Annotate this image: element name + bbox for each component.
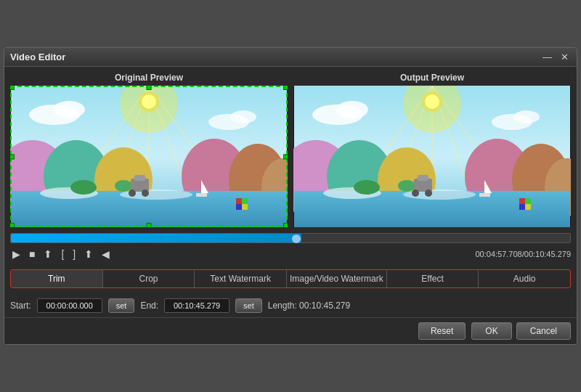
title-bar-controls: — ✕ [540,52,571,62]
tab-crop[interactable]: Crop [103,270,195,287]
timeline-thumb[interactable] [292,234,301,243]
svg-point-56 [354,180,380,195]
minimize-button[interactable]: — [540,52,554,62]
svg-point-12 [230,110,256,123]
bottom-buttons: Reset OK Cancel [4,317,577,344]
tabs-row: Trim Crop Text Watermark Image/Video Wat… [10,269,571,288]
end-label: End: [140,301,158,311]
svg-rect-28 [196,193,207,197]
svg-point-44 [336,101,368,118]
svg-rect-25 [134,175,145,181]
svg-rect-33 [242,204,248,210]
controls-row: ▶ ■ ⬆ [ ] ⬆ ◀ 00:04:57.708/00:10:45.279 [10,246,571,262]
svg-point-26 [129,189,136,197]
tab-audio[interactable]: Audio [479,270,570,287]
title-bar: Video Editor — ✕ [4,48,577,67]
end-time-input[interactable] [164,298,229,313]
timeline-section: ▶ ■ ⬆ [ ] ⬆ ◀ 00:04:57.708/00:10:45.279 [4,230,577,265]
svg-rect-67 [525,204,531,210]
tab-trim[interactable]: Trim [11,270,103,287]
trim-section: Start: set End: set Length: 00:10:45.279 [4,293,577,317]
original-scene-svg [10,86,288,227]
tabs-section: Trim Crop Text Watermark Image/Video Wat… [4,265,577,293]
preview-section: Original Preview [4,67,577,230]
play-button[interactable]: ▶ [10,248,23,261]
svg-point-46 [513,110,540,123]
svg-point-8 [142,94,156,109]
svg-rect-32 [236,204,242,210]
svg-rect-65 [525,198,531,204]
time-display: 00:04:57.708/00:10:45.279 [475,250,571,258]
ok-cancel-buttons: OK Cancel [471,322,571,340]
output-preview-label: Output Preview [293,73,571,83]
svg-point-57 [398,180,415,192]
svg-point-23 [115,180,132,192]
original-preview-panel: Original Preview [10,73,288,227]
svg-rect-59 [418,175,428,181]
svg-rect-62 [479,193,490,197]
svg-rect-31 [242,198,248,204]
svg-point-27 [142,189,149,197]
stop-button[interactable]: ■ [27,248,37,261]
set-start-button[interactable]: set [108,298,135,313]
mark-in-button[interactable]: [ [59,248,66,261]
original-preview-video [10,86,288,227]
svg-point-10 [53,101,85,118]
tab-effect[interactable]: Effect [387,270,479,287]
reset-button[interactable]: Reset [418,322,466,340]
original-preview-label: Original Preview [10,73,288,83]
ok-button[interactable]: OK [471,322,511,340]
svg-point-42 [425,94,439,109]
trim-row: Start: set End: set Length: 00:10:45.279 [10,298,571,313]
cancel-button[interactable]: Cancel [516,322,571,340]
svg-rect-64 [519,198,525,204]
output-preview-panel: Output Preview [293,73,571,227]
tab-text-watermark[interactable]: Text Watermark [195,270,287,287]
start-label: Start: [10,301,31,311]
length-label: Length: 00:10:45.279 [268,301,350,311]
back-button[interactable]: ◀ [99,248,112,261]
window-title: Video Editor [10,52,65,62]
timeline-bar[interactable] [10,233,571,243]
svg-point-22 [70,180,97,195]
close-button[interactable]: ✕ [558,52,571,62]
output-preview-video [293,86,571,227]
svg-point-61 [425,189,432,197]
output-scene-svg [293,86,571,227]
timeline-progress [11,234,301,242]
svg-rect-30 [236,198,242,204]
start-time-input[interactable] [37,298,102,313]
playback-controls: ▶ ■ ⬆ [ ] ⬆ ◀ [10,248,112,261]
video-editor-window: Video Editor — ✕ Original Preview [4,47,577,345]
svg-rect-66 [519,204,525,210]
tab-image-video-watermark[interactable]: Image/Video Watermark [287,270,387,287]
set-end-button[interactable]: set [235,298,262,313]
mark-out-button[interactable]: ] [70,248,78,261]
peak-button[interactable]: ⬆ [82,248,95,261]
svg-point-60 [412,189,419,197]
export-button[interactable]: ⬆ [41,248,54,261]
